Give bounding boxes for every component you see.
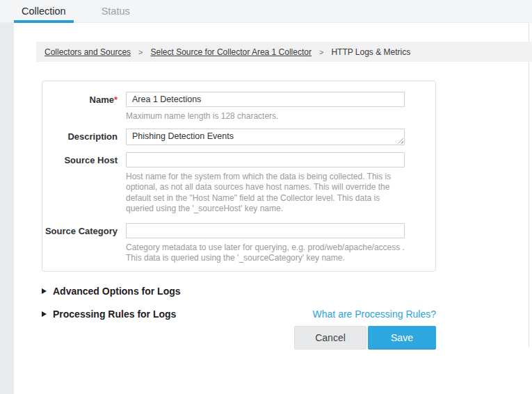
source-category-label: Source Category [42,223,118,264]
source-category-field-row: Source Category Category metadata to use… [42,223,435,264]
caret-right-icon [42,288,47,294]
breadcrumb-current: HTTP Logs & Metrics [331,47,410,57]
source-host-input[interactable] [126,152,405,167]
breadcrumb-link-select-source[interactable]: Select Source for Collector Area 1 Colle… [151,47,312,57]
processing-rules-label: Processing Rules for Logs [53,309,176,320]
description-label: Description [42,129,118,145]
description-textarea[interactable]: Phishing Detection Events [126,129,405,145]
tab-bar: Collection Status [0,0,532,23]
content-panel: Collectors and Sources > Select Source f… [14,23,532,350]
tab-collection-label: Collection [22,6,66,17]
source-category-helper-text: Category metadata to use later for query… [126,243,407,264]
name-input[interactable] [126,92,405,107]
left-gutter [0,23,14,394]
advanced-options-label: Advanced Options for Logs [53,286,181,297]
breadcrumb: Collectors and Sources > Select Source f… [36,42,532,62]
section-advanced-options-toggle[interactable]: Advanced Options for Logs [42,286,181,297]
source-host-field-row: Source Host Host name for the system fro… [42,152,435,215]
what-are-processing-rules-link[interactable]: What are Processing Rules? [313,309,436,320]
cancel-button[interactable]: Cancel [294,326,366,350]
source-host-label: Source Host [42,152,118,215]
save-button[interactable]: Save [368,326,436,350]
name-label: Name [90,95,114,105]
tab-status-label: Status [102,6,130,17]
breadcrumb-separator: > [319,48,323,56]
source-host-helper-text: Host name for the system from which the … [126,172,407,215]
section-processing-rules-toggle[interactable]: Processing Rules for Logs [42,309,176,320]
tab-collection[interactable]: Collection [14,0,74,22]
tab-status[interactable]: Status [92,0,139,22]
source-category-input[interactable] [126,223,405,238]
source-config-card: Name* Maximum name length is 128 charact… [42,81,436,272]
breadcrumb-link-collectors-and-sources[interactable]: Collectors and Sources [45,47,131,57]
form-actions: Cancel Save [42,326,436,350]
description-field-row: Description Phishing Detection Events [42,129,435,145]
breadcrumb-separator: > [138,48,143,56]
caret-right-icon [42,311,47,317]
required-asterisk: * [114,95,118,105]
name-helper-text: Maximum name length is 128 characters. [126,111,407,122]
name-field-row: Name* Maximum name length is 128 charact… [42,92,435,122]
